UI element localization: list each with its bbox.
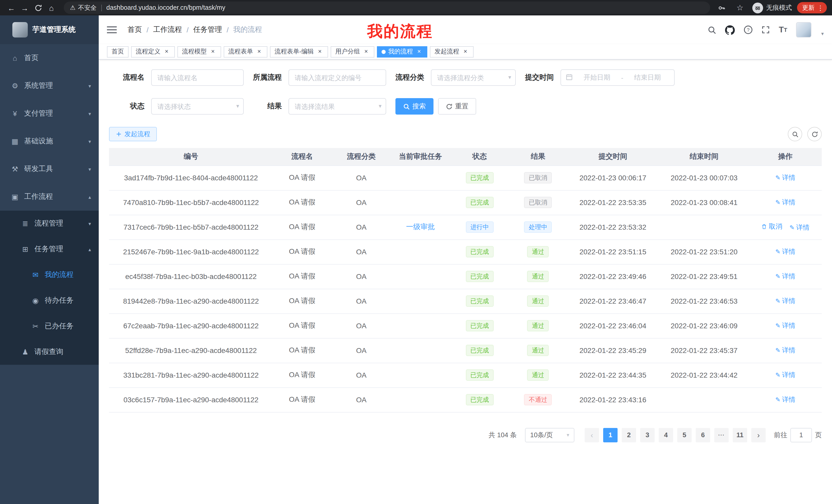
sidebar-item[interactable]: ⚒研发工具▾ <box>0 155 99 183</box>
cell-submit-time: 2022-01-22 23:53:35 <box>567 190 659 215</box>
page-button[interactable]: 11 <box>733 428 747 442</box>
close-icon[interactable]: × <box>209 48 216 55</box>
refresh-button[interactable] <box>807 127 822 141</box>
result-badge: 通过 <box>527 369 549 381</box>
menu-dots-icon[interactable]: ⋮ <box>817 4 824 11</box>
address-divider <box>101 4 102 11</box>
browser-home-icon[interactable]: ⌂ <box>45 2 58 14</box>
reload-icon[interactable] <box>32 2 44 14</box>
prev-page-button[interactable]: ‹ <box>585 428 599 442</box>
detail-link[interactable]: ✎详情 <box>775 272 796 281</box>
date-range-picker[interactable]: 开始日期 - 结束日期 <box>561 69 675 86</box>
search-icon[interactable] <box>708 25 717 34</box>
sidebar-item[interactable]: ✉我的流程 <box>0 262 99 288</box>
yen-icon: ¥ <box>10 109 20 118</box>
sidebar-item[interactable]: ⊞任务管理▴ <box>0 236 99 262</box>
cell-actions: ✎详情 <box>749 165 822 190</box>
bookmark-star-icon[interactable]: ☆ <box>734 2 746 14</box>
create-process-button[interactable]: 发起流程 <box>109 127 157 141</box>
key-icon[interactable] <box>715 2 728 14</box>
page-button[interactable]: 4 <box>659 428 673 442</box>
search-button[interactable]: 搜索 <box>395 98 434 115</box>
tab[interactable]: 流程表单× <box>224 46 267 57</box>
close-icon[interactable]: × <box>363 48 370 55</box>
category-select[interactable] <box>431 69 516 86</box>
user-avatar[interactable] <box>796 22 811 37</box>
result-select[interactable] <box>288 98 386 115</box>
tab[interactable]: 发起流程× <box>430 46 474 57</box>
url-text[interactable]: dashboard.yudao.iocoder.cn/bpm/task/my <box>106 4 226 11</box>
reset-button[interactable]: 重置 <box>438 98 476 115</box>
status-badge: 已完成 <box>466 271 493 282</box>
owner-process-input[interactable] <box>288 69 386 86</box>
close-icon[interactable]: × <box>415 48 423 55</box>
close-icon[interactable]: × <box>462 48 469 55</box>
font-size-icon[interactable]: TT <box>779 25 787 34</box>
sidebar-item[interactable]: ⌂首页 <box>0 44 99 72</box>
pager-ellipsis[interactable]: ⋯ <box>714 428 729 442</box>
tab[interactable]: 流程模型× <box>177 46 221 57</box>
breadcrumb-item[interactable]: 工作流程 <box>153 25 182 34</box>
breadcrumb-item[interactable]: 任务管理 <box>193 25 222 34</box>
detail-link[interactable]: ✎详情 <box>789 223 810 232</box>
status-badge: 已完成 <box>466 369 493 381</box>
forward-icon[interactable]: → <box>19 2 31 14</box>
sidebar-item[interactable]: ✂已办任务 <box>0 313 99 339</box>
page-button[interactable]: 2 <box>622 428 636 442</box>
sidebar-item[interactable]: ¥支付管理▾ <box>0 100 99 128</box>
status-select[interactable] <box>151 98 244 115</box>
status-badge: 已完成 <box>466 172 493 184</box>
page-size-select[interactable]: 10条/页 ▾ <box>525 428 574 442</box>
task-link[interactable]: 一级审批 <box>406 222 435 231</box>
security-label[interactable]: 不安全 <box>78 3 97 12</box>
goto-page-input[interactable] <box>790 428 812 442</box>
start-date-input[interactable]: 开始日期 <box>575 73 619 82</box>
close-icon[interactable]: × <box>163 48 170 55</box>
close-icon[interactable]: × <box>256 48 263 55</box>
back-icon[interactable]: ← <box>5 2 18 14</box>
tab[interactable]: 流程定义× <box>131 46 175 57</box>
column-header: 流程分类 <box>331 148 391 165</box>
address-bar[interactable]: ⚠ 不安全 dashboard.yudao.iocoder.cn/bpm/tas… <box>64 2 710 14</box>
page-button[interactable]: 6 <box>696 428 710 442</box>
tab[interactable]: 首页 <box>107 46 129 57</box>
detail-link[interactable]: ✎详情 <box>775 395 796 404</box>
detail-link[interactable]: ✎详情 <box>775 370 796 380</box>
tab[interactable]: 流程表单-编辑× <box>270 46 328 57</box>
sidebar-item[interactable]: ♟请假查询 <box>0 339 99 365</box>
sidebar-item[interactable]: ◉待办任务 <box>0 288 99 313</box>
fullscreen-icon[interactable] <box>762 26 770 34</box>
question-icon[interactable]: ? <box>744 25 753 34</box>
sidebar-item[interactable]: ▣工作流程▴ <box>0 183 99 211</box>
tab[interactable]: 我的流程× <box>377 46 427 57</box>
next-page-button[interactable]: › <box>751 428 766 442</box>
cell-id: ec45f38f-7b9a-11ec-b03b-acde48001122 <box>109 264 273 289</box>
detail-link[interactable]: ✎详情 <box>775 198 796 207</box>
hamburger-icon[interactable] <box>107 26 117 34</box>
toggle-search-button[interactable] <box>788 127 802 141</box>
detail-link[interactable]: ✎详情 <box>775 346 796 355</box>
cancel-link[interactable]: 取消 <box>761 222 782 231</box>
sidebar-item[interactable]: ≣流程管理▾ <box>0 211 99 236</box>
end-date-input[interactable]: 结束日期 <box>625 73 670 82</box>
detail-link[interactable]: ✎详情 <box>775 321 796 330</box>
page-button[interactable]: 5 <box>677 428 692 442</box>
result-badge: 已取消 <box>524 172 552 184</box>
page-button[interactable]: 1 <box>603 428 618 442</box>
caret-down-icon[interactable]: ▾ <box>821 31 824 36</box>
detail-link[interactable]: ✎详情 <box>775 247 796 256</box>
update-button[interactable]: 更新 ⋮ <box>797 2 827 13</box>
github-icon[interactable] <box>725 25 735 35</box>
cell-actions: ✎详情 <box>749 387 822 412</box>
detail-link[interactable]: ✎详情 <box>775 297 796 306</box>
process-name-input[interactable] <box>151 69 244 86</box>
page-button[interactable]: 3 <box>640 428 655 442</box>
tab[interactable]: 用户分组× <box>331 46 374 57</box>
breadcrumb-item[interactable]: 首页 <box>128 25 142 34</box>
column-header: 结束时间 <box>659 148 749 165</box>
detail-link[interactable]: ✎详情 <box>775 173 796 183</box>
result-badge: 通过 <box>527 320 549 331</box>
sidebar-item[interactable]: ⚙系统管理▾ <box>0 72 99 100</box>
close-icon[interactable]: × <box>316 48 323 55</box>
sidebar-item[interactable]: ▦基础设施▾ <box>0 128 99 155</box>
